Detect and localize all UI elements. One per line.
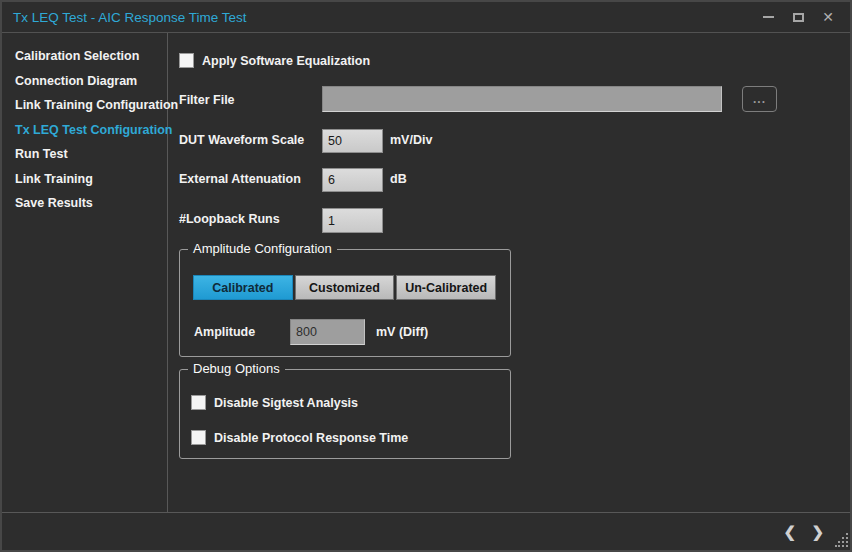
dut-waveform-scale-input[interactable] (322, 129, 383, 153)
amplitude-input[interactable] (290, 319, 365, 345)
disable-protocol-response-time-checkbox[interactable] (191, 430, 206, 445)
debug-options-group: Debug Options Disable Sigtest Analysis D… (179, 369, 511, 459)
apply-software-equalization-checkbox[interactable] (179, 53, 194, 68)
apply-software-equalization-label: Apply Software Equalization (202, 54, 370, 68)
app-window: Tx LEQ Test - AIC Response Time Test ✕ C… (0, 0, 852, 552)
title-bar: Tx LEQ Test - AIC Response Time Test ✕ (2, 2, 850, 33)
resize-grip[interactable] (835, 533, 849, 547)
disable-protocol-response-time-label: Disable Protocol Response Time (214, 431, 408, 445)
sidebar-item-run-test[interactable]: Run Test (2, 142, 167, 167)
debug-options-title: Debug Options (188, 361, 285, 376)
loopback-runs-label: #Loopback Runs (179, 212, 280, 226)
amplitude-mode-buttons: Calibrated Customized Un-Calibrated (193, 275, 496, 300)
dut-waveform-scale-unit: mV/Div (390, 133, 432, 147)
sidebar-item-calibration-selection[interactable]: Calibration Selection (2, 44, 167, 69)
amplitude-unit: mV (Diff) (376, 325, 428, 339)
close-button[interactable]: ✕ (818, 7, 838, 27)
minimize-icon (763, 16, 774, 18)
amplitude-configuration-group: Amplitude Configuration Calibrated Custo… (179, 249, 511, 357)
sidebar: Calibration Selection Connection Diagram… (2, 33, 168, 512)
window-controls: ✕ (758, 7, 850, 27)
disable-sigtest-analysis-checkbox[interactable] (191, 395, 206, 410)
customized-button[interactable]: Customized (295, 275, 395, 300)
filter-file-label: Filter File (179, 93, 235, 107)
external-attenuation-label: External Attenuation (179, 172, 301, 186)
previous-page-button[interactable]: ❮ (783, 523, 796, 538)
un-calibrated-button[interactable]: Un-Calibrated (396, 275, 496, 300)
minimize-button[interactable] (758, 7, 778, 27)
external-attenuation-unit: dB (390, 172, 407, 186)
maximize-button[interactable] (788, 7, 808, 27)
disable-sigtest-analysis-label: Disable Sigtest Analysis (214, 396, 358, 410)
sidebar-item-connection-diagram[interactable]: Connection Diagram (2, 69, 167, 94)
next-page-button[interactable]: ❯ (811, 523, 824, 538)
disable-sigtest-analysis-row: Disable Sigtest Analysis (191, 395, 358, 410)
filter-file-input[interactable] (322, 86, 722, 112)
external-attenuation-input[interactable] (322, 168, 383, 192)
main-content: Apply Software Equalization Filter File … (168, 33, 850, 512)
sidebar-item-link-training-configuration[interactable]: Link Training Configuration (2, 93, 167, 118)
amplitude-configuration-title: Amplitude Configuration (188, 241, 337, 256)
footer-bar: ❮ ❯ (2, 512, 850, 548)
amplitude-label: Amplitude (194, 325, 255, 339)
disable-protocol-response-time-row: Disable Protocol Response Time (191, 430, 408, 445)
close-icon: ✕ (822, 10, 834, 24)
loopback-runs-input[interactable] (322, 208, 383, 233)
sidebar-item-link-training[interactable]: Link Training (2, 167, 167, 192)
dut-waveform-scale-label: DUT Waveform Scale (179, 133, 304, 147)
window-title: Tx LEQ Test - AIC Response Time Test (2, 10, 247, 25)
maximize-icon (793, 13, 804, 22)
sidebar-item-save-results[interactable]: Save Results (2, 191, 167, 216)
browse-button[interactable]: ... (742, 86, 777, 112)
sidebar-item-tx-leq-test-configuration[interactable]: Tx LEQ Test Configuration (2, 118, 167, 143)
calibrated-button[interactable]: Calibrated (193, 275, 293, 300)
apply-software-equalization-row: Apply Software Equalization (179, 53, 370, 68)
app-body: Calibration Selection Connection Diagram… (2, 33, 850, 512)
